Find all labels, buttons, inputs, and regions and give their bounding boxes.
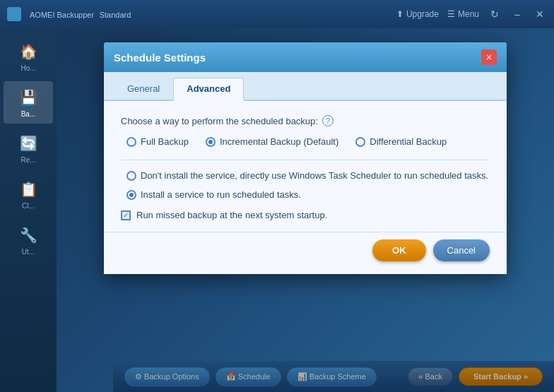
app-title: AOMEI Backupper Standard [27,9,131,20]
checkbox-run-missed[interactable]: Run missed backup at the next system sta… [121,210,490,220]
ok-button[interactable]: OK [372,239,426,261]
menu-button[interactable]: ☰ Menu [447,9,479,19]
sidebar-item-home[interactable]: 🏠 Ho... [4,35,53,78]
sidebar-restore-label: Re... [20,156,35,164]
schedule-settings-dialog: Schedule Settings × General Advanced Cho… [104,42,507,274]
checkbox-run-missed-box [121,210,131,220]
radio-incremental-circle [206,137,216,147]
title-bar: AOMEI Backupper Standard ⬆ Upgrade ☰ Men… [0,0,554,28]
refresh-button[interactable]: ↻ [488,7,502,21]
dialog-title-bar: Schedule Settings × [104,42,507,72]
radio-install-service[interactable]: Install a service to run scheduled tasks… [126,189,490,200]
radio-differential-circle [355,137,365,147]
radio-incremental-backup[interactable]: Incremental Backup (Default) [206,136,338,147]
sidebar-clone-label: Cl... [22,202,35,210]
dialog-close-button[interactable]: × [481,49,497,65]
backup-icon: 💾 [18,88,38,107]
option-group: Don't install the service, directly use … [121,170,490,200]
tab-bar: General Advanced [104,72,507,101]
menu-icon: ☰ [447,9,455,19]
sidebar-item-clone[interactable]: 📋 Cl... [4,173,53,215]
radio-no-service[interactable]: Don't install the service, directly use … [126,170,490,181]
restore-icon: 🔄 [18,133,38,153]
home-icon: 🏠 [18,42,38,61]
sidebar-utilities-label: Ut... [22,248,35,256]
minimize-button[interactable]: – [510,7,524,21]
app-logo [7,7,21,21]
help-icon[interactable]: ? [322,115,334,126]
sidebar: 🏠 Ho... 💾 Ba... 🔄 Re... 📋 Cl... 🔧 Ut... [0,28,57,392]
radio-full-circle [126,137,136,147]
title-bar-actions: ⬆ Upgrade ☰ Menu ↻ – ✕ [396,7,547,21]
sidebar-item-utilities[interactable]: 🔧 Ut... [4,219,53,261]
radio-full-backup[interactable]: Full Backup [126,136,189,147]
dialog-footer: OK Cancel [104,232,507,274]
sidebar-item-backup[interactable]: 💾 Ba... [4,81,53,124]
clone-icon: 📋 [18,179,38,199]
backup-type-group: Full Backup Incremental Backup (Default)… [121,136,490,147]
radio-no-service-circle [126,171,136,181]
divider [121,160,490,160]
dialog-body: Choose a way to perform the scheduled ba… [104,101,507,232]
sidebar-home-label: Ho... [20,64,35,72]
sidebar-backup-label: Ba... [21,110,36,118]
upgrade-button[interactable]: ⬆ Upgrade [396,9,439,19]
upgrade-icon: ⬆ [396,9,403,19]
close-window-button[interactable]: ✕ [533,7,547,21]
main-area: 🏠 Ho... 💾 Ba... 🔄 Re... 📋 Cl... 🔧 Ut... … [0,28,554,392]
section-label: Choose a way to perform the scheduled ba… [121,115,490,126]
content-area: Schedule Settings × General Advanced Cho… [57,28,554,392]
utilities-icon: 🔧 [18,225,38,245]
sidebar-item-restore[interactable]: 🔄 Re... [4,127,53,170]
dialog-title: Schedule Settings [114,52,206,64]
radio-differential-backup[interactable]: Differential Backup [355,136,447,147]
tab-general[interactable]: General [114,78,173,100]
tab-advanced[interactable]: Advanced [173,78,244,101]
radio-install-service-circle [126,190,136,200]
cancel-button[interactable]: Cancel [433,239,490,261]
